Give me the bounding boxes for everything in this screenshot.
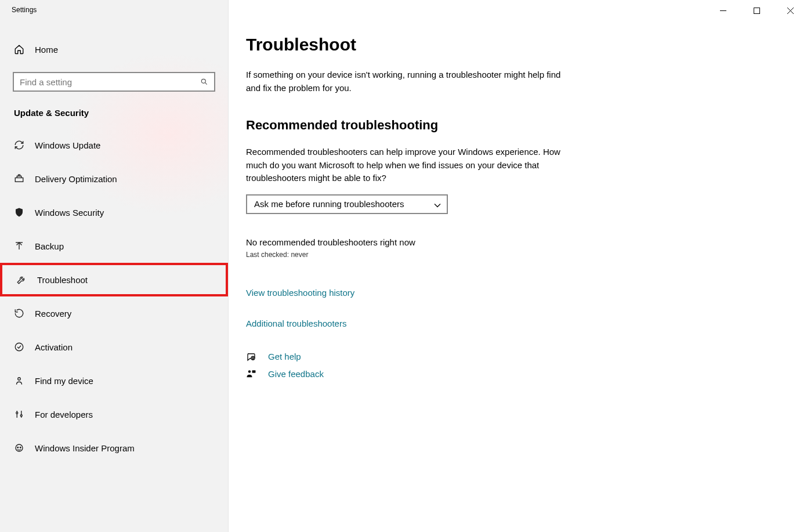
sidebar-item-find-my-device[interactable]: Find my device xyxy=(0,364,228,397)
sidebar-item-delivery-optimization[interactable]: Delivery Optimization xyxy=(0,162,228,196)
home-label: Home xyxy=(35,45,58,55)
sidebar-item-label: Activation xyxy=(35,342,73,352)
view-history-link[interactable]: View troubleshooting history xyxy=(246,288,354,298)
last-checked-text: Last checked: never xyxy=(246,251,571,259)
sidebar-item-label: Delivery Optimization xyxy=(35,174,117,184)
dropdown-value: Ask me before running troubleshooters xyxy=(254,199,404,209)
main-content: Troubleshoot If something on your device… xyxy=(228,0,807,532)
svg-point-0 xyxy=(201,79,205,83)
svg-point-20 xyxy=(248,370,251,373)
chevron-down-icon xyxy=(434,201,441,208)
sidebar-item-label: For developers xyxy=(35,410,93,419)
status-text: No recommended troubleshooters right now xyxy=(246,237,571,247)
sidebar-item-label: Windows Update xyxy=(35,140,100,150)
minimize-button[interactable] xyxy=(706,0,740,21)
backup-icon xyxy=(14,241,24,251)
search-box[interactable] xyxy=(13,72,215,92)
recovery-icon xyxy=(14,308,24,319)
sidebar-item-backup[interactable]: Backup xyxy=(0,229,228,263)
sidebar-item-label: Recovery xyxy=(35,309,71,319)
svg-line-1 xyxy=(205,82,207,84)
svg-point-6 xyxy=(18,378,21,381)
svg-point-8 xyxy=(16,412,18,414)
sidebar-item-windows-security[interactable]: Windows Security xyxy=(0,196,228,229)
section-heading: Recommended troubleshooting xyxy=(246,118,571,133)
delivery-icon xyxy=(14,173,24,184)
sync-icon xyxy=(14,140,24,150)
get-help-link[interactable]: Get help xyxy=(268,352,301,361)
chat-help-icon: ? xyxy=(246,352,256,362)
sidebar-item-label: Windows Security xyxy=(35,208,104,218)
get-help-row[interactable]: ? Get help xyxy=(246,352,571,362)
sidebar-item-troubleshoot[interactable]: Troubleshoot xyxy=(0,263,228,296)
svg-point-5 xyxy=(15,343,23,351)
wrench-icon xyxy=(16,274,27,285)
section-description: Recommended troubleshooters can help imp… xyxy=(246,146,571,185)
sidebar-item-recovery[interactable]: Recovery xyxy=(0,296,228,330)
maximize-button[interactable] xyxy=(740,0,773,21)
additional-troubleshooters-link[interactable]: Additional troubleshooters xyxy=(246,319,346,328)
sidebar-item-windows-insider[interactable]: Windows Insider Program xyxy=(0,431,228,465)
sidebar-item-label: Troubleshoot xyxy=(37,275,88,285)
insider-icon xyxy=(14,443,24,453)
sidebar-item-windows-update[interactable]: Windows Update xyxy=(0,128,228,162)
svg-point-10 xyxy=(20,415,22,417)
sidebar-item-label: Backup xyxy=(35,241,64,251)
give-feedback-link[interactable]: Give feedback xyxy=(268,369,324,379)
section-title: Update & Security xyxy=(0,92,228,128)
check-circle-icon xyxy=(14,342,24,352)
close-button[interactable] xyxy=(773,0,807,21)
window-controls xyxy=(706,0,807,21)
home-button[interactable]: Home xyxy=(0,37,228,61)
developer-icon xyxy=(14,409,24,419)
svg-rect-2 xyxy=(15,178,23,182)
page-title: Troubleshoot xyxy=(246,35,571,55)
shield-icon xyxy=(14,207,24,218)
svg-rect-21 xyxy=(252,370,256,373)
nav-list: Windows Update Delivery Optimization Win… xyxy=(0,128,228,465)
search-input[interactable] xyxy=(20,73,200,91)
home-icon xyxy=(14,44,24,55)
sidebar-item-for-developers[interactable]: For developers xyxy=(0,397,228,431)
svg-point-12 xyxy=(17,447,19,448)
svg-point-13 xyxy=(20,447,21,448)
feedback-icon xyxy=(246,369,256,379)
content-area: Troubleshoot If something on your device… xyxy=(229,0,588,379)
troubleshoot-preference-dropdown[interactable]: Ask me before running troubleshooters xyxy=(246,194,448,214)
window-title: Settings xyxy=(0,0,228,14)
sidebar: Settings Home Update & Security Windows … xyxy=(0,0,228,532)
search-icon xyxy=(200,78,208,86)
sidebar-item-label: Find my device xyxy=(35,376,93,386)
give-feedback-row[interactable]: Give feedback xyxy=(246,369,571,379)
page-lead: If something on your device isn't workin… xyxy=(246,68,571,95)
sidebar-item-activation[interactable]: Activation xyxy=(0,330,228,364)
svg-rect-15 xyxy=(754,8,759,13)
find-device-icon xyxy=(14,375,24,386)
sidebar-item-label: Windows Insider Program xyxy=(35,443,135,453)
